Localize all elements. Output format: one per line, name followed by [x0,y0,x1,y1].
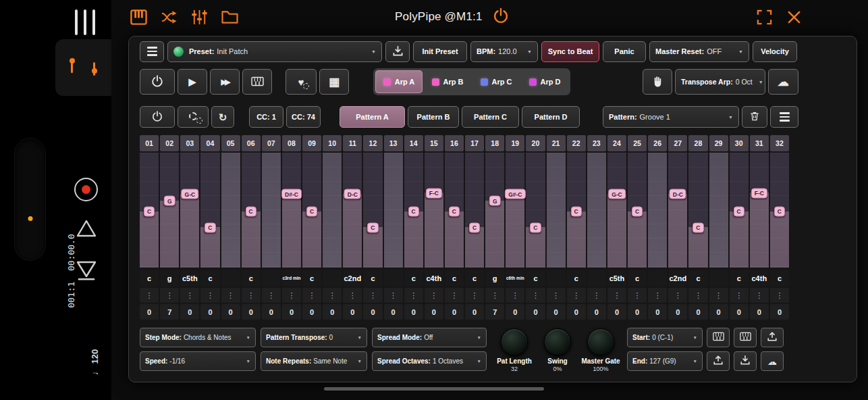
step-octave-value[interactable]: 0 [445,304,464,320]
step-options-button[interactable]: ⋮ [302,288,321,303]
note-chip[interactable]: C [774,206,785,216]
init-preset-button[interactable]: Init Preset [413,41,467,62]
note-chip[interactable]: F-C [426,188,442,198]
note-chip[interactable]: C [693,222,703,232]
step-number[interactable]: 05 [221,135,240,151]
step-column[interactable]: G#-C [506,153,524,268]
tab-arp-d[interactable]: Arp D [521,70,568,93]
mod-settings-button[interactable]: ♥ [286,69,317,95]
step-options-button[interactable]: ⋮ [282,288,301,303]
home-indicator[interactable] [324,387,544,391]
step-column[interactable]: C [526,153,545,268]
step-number[interactable]: 24 [607,135,626,151]
keyboard-set-start-button[interactable] [707,328,730,347]
step-grid-button[interactable]: ▦ [319,69,349,95]
step-column[interactable]: C [628,153,647,268]
step-mode-dropdown[interactable]: Step Mode: Chords & Notes ▼ [140,328,256,347]
step-octave-value[interactable]: 0 [587,304,606,320]
note-chip[interactable]: F-C [751,188,767,198]
step-options-button[interactable]: ⋮ [343,288,362,303]
note-chip[interactable]: C [571,206,582,216]
step-column[interactable]: D-C [343,153,362,268]
upload-pattern-button[interactable] [761,328,784,347]
note-chip[interactable]: G-C [182,189,199,199]
step-options-button[interactable]: ⋮ [160,288,179,303]
step-options-button[interactable]: ⋮ [668,288,687,303]
cc74-button[interactable]: CC: 74 [286,106,321,128]
note-chip[interactable]: C [306,206,317,216]
note-chip[interactable]: C [449,206,460,216]
step-column[interactable]: C [242,153,261,268]
spread-mode-dropdown[interactable]: Spread Mode: Off ▼ [372,328,487,347]
note-chip[interactable]: C [408,206,419,216]
step-options-button[interactable]: ⋮ [180,288,199,303]
knob-dial[interactable] [544,328,571,355]
step-options-button[interactable]: ⋮ [547,288,566,303]
record-button[interactable] [74,178,98,201]
knob-dial[interactable] [501,328,528,355]
step-options-button[interactable]: ⋮ [709,288,728,303]
note-chip[interactable]: G [164,196,175,206]
keyboard-latch-button[interactable] [242,69,272,95]
step-number[interactable]: 17 [465,135,484,151]
step-options-button[interactable]: ⋮ [587,288,606,303]
note-repeats-dropdown[interactable]: Note Repeats: Same Note ▼ [261,351,367,371]
step-options-button[interactable]: ⋮ [688,288,707,303]
step-column[interactable]: C [445,153,464,268]
step-octave-value[interactable]: 0 [688,304,707,320]
step-number[interactable]: 10 [323,135,342,151]
step-octave-value[interactable]: 0 [547,304,566,320]
step-number[interactable]: 13 [384,135,403,151]
import-pattern-button[interactable] [734,351,757,371]
step-number[interactable]: 18 [485,135,504,151]
step-number[interactable]: 28 [688,135,707,151]
step-options-button[interactable]: ⋮ [140,288,159,303]
velocity-button[interactable]: Velocity [753,41,797,62]
step-column[interactable]: G-C [180,153,199,268]
step-column[interactable]: F-C [425,153,443,268]
step-number[interactable]: 06 [242,135,261,151]
step-number[interactable]: 08 [282,135,301,151]
pattern-settings-button[interactable] [178,106,209,128]
step-octave-value[interactable]: 0 [384,304,403,320]
step-options-button[interactable]: ⋮ [648,288,667,303]
folder-icon[interactable] [220,7,239,27]
step-octave-value[interactable]: 0 [648,304,667,320]
step-column[interactable]: C [567,153,586,268]
step-options-button[interactable]: ⋮ [363,288,382,303]
play-button[interactable]: ▶ [178,69,207,95]
note-chip[interactable]: C [734,206,744,216]
note-chip[interactable]: C [144,206,155,216]
step-octave-value[interactable]: 0 [242,304,261,320]
step-octave-value[interactable]: 0 [526,304,545,320]
step-column[interactable] [323,153,342,268]
step-octave-value[interactable]: 0 [425,304,443,320]
note-chip[interactable]: D-C [344,189,361,199]
step-column[interactable]: D#-C [282,153,301,268]
delete-pattern-button[interactable] [742,106,767,128]
plugin-power-icon[interactable] [492,7,510,27]
step-number[interactable]: 04 [200,135,219,151]
step-octave-value[interactable]: 0 [607,304,626,320]
step-octave-value[interactable]: 0 [567,304,586,320]
step-number[interactable]: 09 [302,135,321,151]
step-octave-value[interactable]: 0 [343,304,362,320]
cc1-button[interactable]: CC: 1 [249,106,283,128]
note-chip[interactable]: C [632,206,643,216]
step-column[interactable]: C [730,153,749,268]
step-options-button[interactable]: ⋮ [465,288,484,303]
keyboard-set-end-button[interactable] [734,328,757,347]
step-options-button[interactable]: ⋮ [221,288,240,303]
step-column[interactable]: C [770,153,789,268]
note-chip[interactable]: D#-C [281,189,302,199]
step-number[interactable]: 27 [668,135,687,151]
pattern-transpose-dropdown[interactable]: Pattern Transpose: 0 ▼ [261,328,367,347]
step-options-button[interactable]: ⋮ [425,288,443,303]
step-number[interactable]: 16 [445,135,464,151]
step-number[interactable]: 31 [750,135,769,151]
step-octave-value[interactable]: 0 [140,304,159,320]
step-column[interactable] [648,153,667,268]
step-column[interactable]: C [200,153,219,268]
host-drawer-tab[interactable] [55,39,111,96]
step-number[interactable]: 19 [506,135,524,151]
